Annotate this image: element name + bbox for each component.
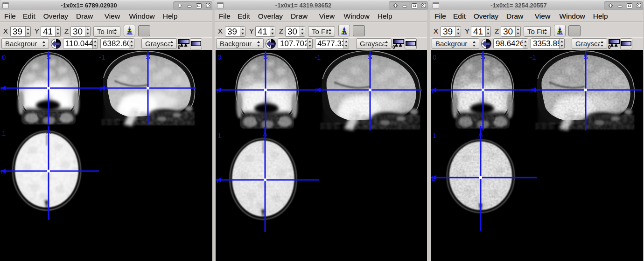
svg-text:-1: -1 (315, 53, 321, 61)
svg-text:0: 0 (217, 53, 221, 61)
svg-text:S: S (146, 53, 150, 61)
svg-text:0: 0 (433, 53, 436, 61)
svg-text:0: 0 (2, 53, 6, 61)
svg-text:A: A (478, 130, 483, 138)
svg-text:L: L (1, 85, 5, 93)
svg-text:A: A (46, 128, 51, 136)
svg-text:0: 0 (178, 45, 181, 49)
svg-text:L: L (217, 177, 220, 185)
svg-text:1: 1 (2, 129, 6, 137)
svg-text:S: S (263, 53, 268, 61)
svg-text:-1: -1 (99, 53, 105, 61)
svg-text:L: L (1, 168, 5, 176)
svg-text:0: 0 (608, 45, 611, 49)
svg-text:P: P (530, 87, 535, 95)
svg-text:P: P (99, 85, 104, 93)
svg-text:1: 1 (217, 131, 221, 139)
svg-text:P: P (315, 87, 320, 95)
svg-text:-1: -1 (530, 53, 536, 61)
svg-text:L: L (217, 87, 220, 95)
svg-text:0: 0 (392, 45, 395, 49)
svg-text:L: L (432, 87, 435, 95)
svg-text:1: 1 (433, 131, 436, 139)
svg-text:A: A (263, 130, 267, 138)
svg-text:S: S (481, 53, 485, 61)
svg-text:L: L (432, 174, 435, 182)
svg-text:S: S (46, 53, 51, 61)
svg-text:S: S (583, 53, 588, 61)
svg-text:S: S (368, 53, 372, 61)
